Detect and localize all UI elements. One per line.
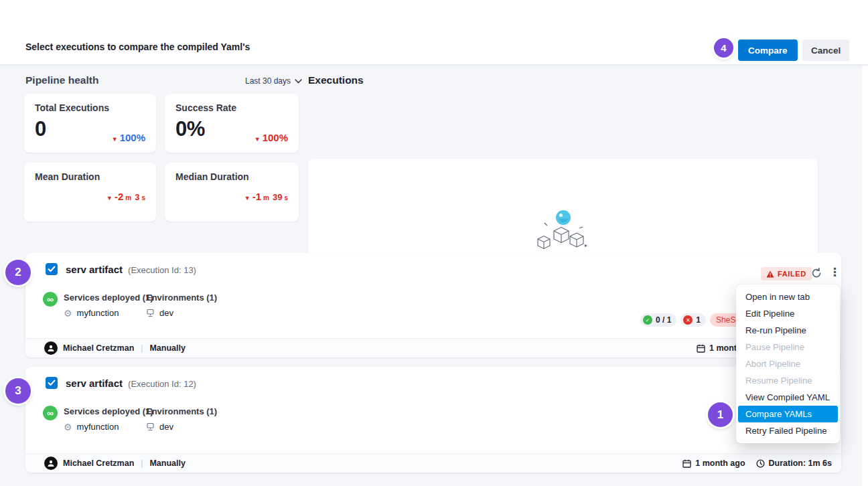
- annotation-badge-2: 2: [5, 260, 31, 285]
- time-range-selector[interactable]: Last 30 days: [245, 76, 302, 86]
- execution-time: 1 month ago: [695, 459, 745, 468]
- footer-divider: |: [141, 459, 143, 468]
- stat-card-success-rate: Success Rate 0% ▼ 100%: [165, 94, 299, 153]
- annotation-badge-3: 3: [5, 378, 31, 404]
- environment-name: dev: [159, 422, 173, 432]
- stat-delta: ▼ -2m3s: [106, 191, 145, 202]
- time-range-label: Last 30 days: [245, 76, 291, 86]
- footer-divider: |: [141, 343, 143, 353]
- stages-failed-chip: ✕ 1: [680, 313, 706, 327]
- warning-triangle-icon: [766, 270, 774, 278]
- user-icon: [47, 459, 55, 467]
- checkmark-icon: [48, 380, 56, 386]
- executions-title: Executions: [308, 74, 364, 86]
- stat-delta: ▼ -1m39s: [244, 191, 288, 202]
- checkmark-icon: [48, 266, 56, 272]
- pipeline-health-title: Pipeline health: [25, 74, 98, 86]
- page-title: Select executions to compare the compile…: [25, 42, 250, 52]
- menu-item-compare-yamls[interactable]: Compare YAMLs: [738, 406, 838, 422]
- menu-item-edit-pipeline[interactable]: Edit Pipeline: [736, 305, 840, 322]
- triggered-by-user: Michael Cretzman: [63, 459, 134, 468]
- service-gear-icon: ⚙: [64, 422, 72, 432]
- execution-id: (Execution Id: 12): [128, 379, 196, 389]
- execution-row-13[interactable]: serv artifact (Execution Id: 13) ∞ Servi…: [25, 253, 841, 357]
- execution-duration: Duration: 1m 6s: [769, 459, 832, 468]
- environments-label: Environments (1): [146, 293, 217, 303]
- stat-card-mean-duration: Mean Duration ▼ -2m3s: [24, 163, 156, 222]
- stat-label: Total Executions: [35, 102, 145, 113]
- trend-down-icon: ▼: [244, 195, 250, 201]
- service-name: myfunction: [77, 422, 119, 432]
- menu-item-resume-pipeline[interactable]: Resume Pipeline: [736, 372, 840, 389]
- execution-id: (Execution Id: 13): [128, 265, 196, 275]
- menu-item-retry-failed-pipeline[interactable]: Retry Failed Pipeline: [736, 422, 840, 439]
- compare-button[interactable]: Compare: [738, 39, 798, 61]
- cancel-button[interactable]: Cancel: [802, 39, 849, 61]
- user-icon: [47, 344, 55, 352]
- stat-delta: ▼ 100%: [112, 132, 145, 143]
- pipeline-context-menu: Open in new tab Edit Pipeline Re-run Pip…: [736, 285, 840, 443]
- page: Select executions to compare the compile…: [0, 0, 868, 486]
- menu-item-rerun-pipeline[interactable]: Re-run Pipeline: [736, 322, 840, 339]
- trend-down-icon: ▼: [255, 136, 261, 143]
- top-bar: Select executions to compare the compile…: [0, 0, 868, 65]
- environment-name: dev: [159, 308, 173, 318]
- environment-icon: [146, 309, 155, 317]
- environment-icon: [146, 422, 155, 431]
- trend-down-icon: ▼: [112, 136, 118, 143]
- chevron-down-icon: [295, 79, 302, 84]
- environments-label: Environments (1): [146, 406, 217, 416]
- pipeline-name-link[interactable]: serv artifact: [66, 378, 123, 389]
- annotation-badge-1: 1: [708, 402, 733, 427]
- execution-footer: Michael Cretzman | Manually 1 month ago: [25, 338, 841, 357]
- menu-item-view-compiled-yaml[interactable]: View Compiled YAML: [736, 389, 840, 406]
- calendar-icon: [682, 459, 691, 468]
- trigger-type: Manually: [149, 459, 186, 468]
- stages-success-chip: ✓ 0 / 1: [640, 313, 676, 327]
- rerun-refresh-button[interactable]: [810, 267, 822, 279]
- stat-label: Success Rate: [175, 102, 288, 113]
- services-deployed-label: Services deployed (1): [64, 406, 153, 416]
- cd-pipeline-icon: ∞: [43, 292, 58, 307]
- trend-down-icon: ▼: [106, 195, 113, 201]
- stat-delta: ▼ 100%: [255, 132, 288, 143]
- refresh-icon: [810, 267, 822, 279]
- cd-pipeline-icon: ∞: [43, 406, 58, 420]
- triggered-by-user: Michael Cretzman: [63, 343, 134, 353]
- stat-label: Mean Duration: [35, 171, 145, 182]
- failed-x-icon: ✕: [683, 315, 693, 325]
- service-name: myfunction: [77, 308, 119, 318]
- execution-checkbox[interactable]: [46, 377, 58, 389]
- execution-checkbox[interactable]: [46, 263, 58, 275]
- pipeline-name-link[interactable]: serv artifact: [66, 264, 123, 275]
- more-options-button[interactable]: ⋮: [829, 263, 841, 281]
- avatar: [44, 457, 58, 470]
- menu-item-open-in-new-tab[interactable]: Open in new tab: [736, 289, 840, 305]
- avatar: [44, 341, 58, 355]
- execution-footer: Michael Cretzman | Manually 1 month ago: [25, 453, 841, 473]
- success-check-icon: ✓: [643, 315, 652, 325]
- trigger-type: Manually: [149, 343, 186, 353]
- annotation-badge-4: 4: [714, 38, 733, 58]
- clock-icon: [756, 459, 765, 468]
- status-badge-failed: FAILED: [761, 267, 812, 280]
- stat-label: Median Duration: [175, 171, 288, 182]
- menu-item-pause-pipeline[interactable]: Pause Pipeline: [736, 339, 840, 355]
- stat-card-median-duration: Median Duration ▼ -1m39s: [165, 163, 299, 222]
- service-gear-icon: ⚙: [64, 309, 72, 318]
- menu-item-abort-pipeline[interactable]: Abort Pipeline: [736, 355, 840, 372]
- stat-card-total-executions: Total Executions 0 ▼ 100%: [24, 94, 156, 153]
- calendar-icon: [697, 344, 705, 353]
- services-deployed-label: Services deployed (1): [64, 293, 153, 303]
- scrollbar-gutter: [862, 66, 868, 486]
